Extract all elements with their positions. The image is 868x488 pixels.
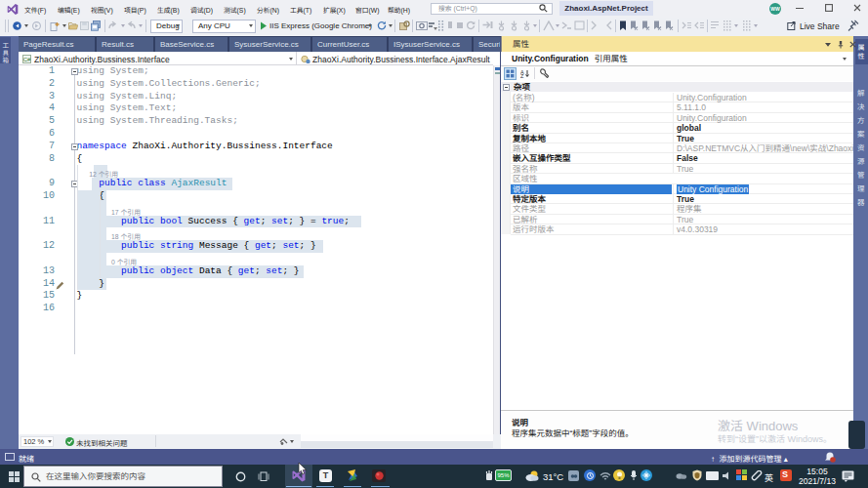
svg-text:C#: C# xyxy=(23,57,31,62)
